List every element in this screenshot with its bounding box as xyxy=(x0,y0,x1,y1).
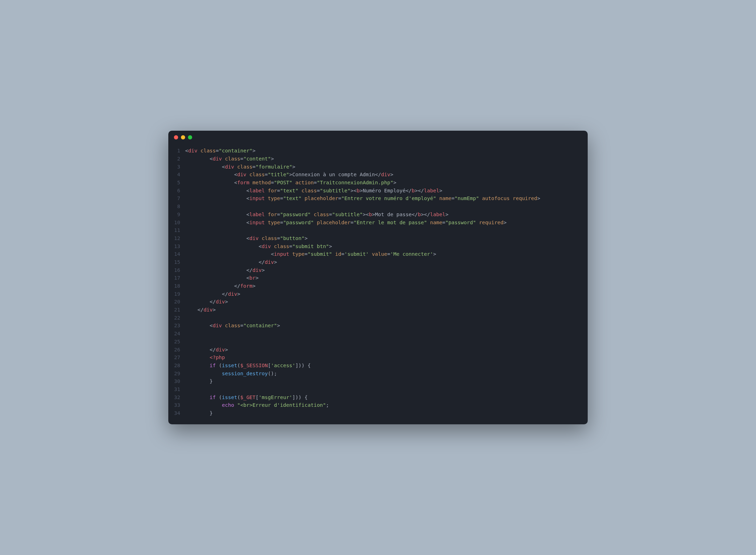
code-line: <?php xyxy=(185,354,582,362)
line-number: 5 xyxy=(168,179,180,187)
code-line: <div class="formulaire"> xyxy=(185,163,582,171)
line-number: 14 xyxy=(168,250,180,258)
line-number: 17 xyxy=(168,274,180,282)
code-line: <label for="text" class="subtitle"><b>Nu… xyxy=(185,187,582,195)
code-line: <div class="title">Connexion à un compte… xyxy=(185,171,582,179)
line-number: 30 xyxy=(168,377,180,385)
line-number: 24 xyxy=(168,330,180,338)
code-line: </div> xyxy=(185,258,582,266)
line-number: 34 xyxy=(168,409,180,417)
code-line xyxy=(185,338,582,346)
line-number: 32 xyxy=(168,393,180,402)
code-line: <form method="POST" action="Traitconnexi… xyxy=(185,179,582,187)
line-number: 23 xyxy=(168,322,180,330)
code-line xyxy=(185,203,582,211)
line-number: 7 xyxy=(168,194,180,203)
code-line: <label for="password" class="subtitle"><… xyxy=(185,211,582,219)
line-number: 29 xyxy=(168,370,180,378)
line-number: 8 xyxy=(168,203,180,211)
line-number: 13 xyxy=(168,242,180,251)
code-line: </div> xyxy=(185,266,582,274)
code-line: <input type="password" placeholder="Entr… xyxy=(185,219,582,227)
line-number: 22 xyxy=(168,314,180,322)
line-number: 28 xyxy=(168,362,180,370)
line-number: 4 xyxy=(168,171,180,179)
code-line: <div class="container"> xyxy=(185,322,582,330)
code-line: </div> xyxy=(185,298,582,306)
code-line: if (isset($_SESSION['access'])) { xyxy=(185,362,582,370)
code-line: <input type="submit" id='submit' value='… xyxy=(185,250,582,258)
line-number: 15 xyxy=(168,258,180,266)
code-line: <br> xyxy=(185,274,582,282)
code-line: <div class="submit btn"> xyxy=(185,242,582,251)
editor: 1234567891011121314151617181920212223242… xyxy=(168,144,588,424)
line-number-gutter: 1234567891011121314151617181920212223242… xyxy=(168,147,185,417)
line-number: 16 xyxy=(168,266,180,274)
line-number: 6 xyxy=(168,187,180,195)
code-line: </div> xyxy=(185,346,582,354)
code-line: session_destroy(); xyxy=(185,370,582,378)
line-number: 33 xyxy=(168,401,180,409)
code-line: </form> xyxy=(185,282,582,290)
code-line: <div class="container"> xyxy=(185,147,582,155)
line-number: 3 xyxy=(168,163,180,171)
code-line: <div class="button"> xyxy=(185,234,582,242)
code-line xyxy=(185,226,582,234)
line-number: 11 xyxy=(168,226,180,234)
line-number: 10 xyxy=(168,219,180,227)
line-number: 2 xyxy=(168,155,180,163)
code-line: echo "<br>Erreur d'identification"; xyxy=(185,401,582,409)
code-window: 1234567891011121314151617181920212223242… xyxy=(168,131,588,424)
line-number: 26 xyxy=(168,346,180,354)
line-number: 12 xyxy=(168,234,180,242)
code-line: if (isset($_GET['msgErreur'])) { xyxy=(185,393,582,402)
line-number: 25 xyxy=(168,338,180,346)
line-number: 18 xyxy=(168,282,180,290)
zoom-icon[interactable] xyxy=(188,135,192,139)
line-number: 21 xyxy=(168,306,180,314)
code-line: } xyxy=(185,377,582,385)
line-number: 27 xyxy=(168,354,180,362)
minimize-icon[interactable] xyxy=(181,135,185,139)
code-line: </div> xyxy=(185,290,582,298)
code-line: <div class="content"> xyxy=(185,155,582,163)
code-line xyxy=(185,385,582,393)
code-line: </div> xyxy=(185,306,582,314)
code-line xyxy=(185,314,582,322)
code-line xyxy=(185,330,582,338)
code-area[interactable]: <div class="container"> <div class="cont… xyxy=(185,147,588,417)
line-number: 20 xyxy=(168,298,180,306)
line-number: 31 xyxy=(168,385,180,393)
line-number: 1 xyxy=(168,147,180,155)
titlebar xyxy=(168,131,588,144)
close-icon[interactable] xyxy=(174,135,178,139)
code-line: <input type="text" placeholder="Entrer v… xyxy=(185,194,582,203)
line-number: 19 xyxy=(168,290,180,298)
code-line: } xyxy=(185,409,582,417)
line-number: 9 xyxy=(168,211,180,219)
